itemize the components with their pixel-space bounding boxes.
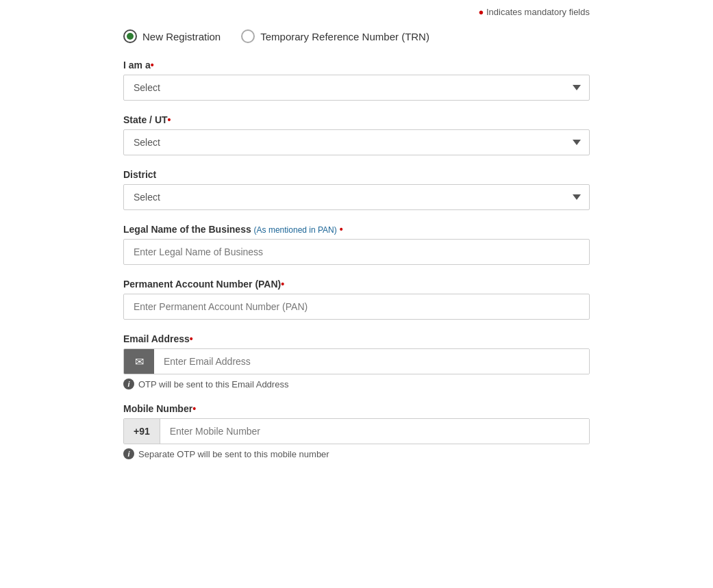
state-ut-group: State / UT• Select bbox=[123, 114, 590, 155]
trn-radio[interactable] bbox=[241, 29, 255, 43]
state-ut-select[interactable]: Select bbox=[123, 129, 590, 155]
email-mandatory: • bbox=[190, 333, 193, 344]
legal-name-label: Legal Name of the Business (As mentioned… bbox=[123, 224, 590, 235]
legal-name-group: Legal Name of the Business (As mentioned… bbox=[123, 224, 590, 265]
mobile-prefix: +91 bbox=[124, 419, 160, 444]
email-label: Email Address• bbox=[123, 333, 590, 344]
mobile-group: Mobile Number• +91 i Separate OTP will b… bbox=[123, 403, 590, 459]
new-registration-option[interactable]: New Registration bbox=[123, 29, 221, 43]
email-otp-note: i OTP will be sent to this Email Address bbox=[123, 379, 590, 389]
mobile-label: Mobile Number• bbox=[123, 403, 590, 414]
pan-mandatory: • bbox=[281, 279, 284, 290]
i-am-a-group: I am a• Select bbox=[123, 60, 590, 101]
i-am-a-select[interactable]: Select bbox=[123, 75, 590, 101]
trn-label: Temporary Reference Number (TRN) bbox=[260, 31, 429, 42]
mandatory-note: ● Indicates mandatory fields bbox=[123, 7, 590, 17]
mobile-info-icon: i bbox=[123, 448, 134, 459]
district-label: District bbox=[123, 169, 590, 180]
district-select[interactable]: Select bbox=[123, 184, 590, 210]
email-icon: ✉ bbox=[124, 349, 154, 374]
legal-name-mandatory: • bbox=[340, 224, 343, 235]
district-group: District Select bbox=[123, 169, 590, 210]
email-group: Email Address• ✉ i OTP will be sent to t… bbox=[123, 333, 590, 389]
state-ut-mandatory: • bbox=[168, 114, 171, 125]
mobile-mandatory: • bbox=[192, 403, 196, 414]
pan-input[interactable] bbox=[123, 294, 590, 320]
new-registration-label: New Registration bbox=[142, 31, 221, 42]
trn-option[interactable]: Temporary Reference Number (TRN) bbox=[241, 29, 429, 43]
registration-type-group: New Registration Temporary Reference Num… bbox=[123, 29, 590, 43]
state-ut-label: State / UT• bbox=[123, 114, 590, 125]
mobile-otp-text: Separate OTP will be sent to this mobile… bbox=[138, 449, 329, 459]
legal-name-input[interactable] bbox=[123, 239, 590, 265]
email-input-wrapper: ✉ bbox=[123, 348, 590, 374]
pan-group: Permanent Account Number (PAN)• bbox=[123, 279, 590, 320]
legal-name-sub-label: (As mentioned in PAN) bbox=[254, 225, 337, 235]
email-info-icon: i bbox=[123, 379, 134, 389]
i-am-a-mandatory: • bbox=[151, 60, 154, 71]
mobile-input[interactable] bbox=[160, 419, 589, 444]
email-input[interactable] bbox=[154, 349, 589, 374]
pan-label: Permanent Account Number (PAN)• bbox=[123, 279, 590, 290]
mobile-otp-note: i Separate OTP will be sent to this mobi… bbox=[123, 448, 590, 459]
email-otp-text: OTP will be sent to this Email Address bbox=[138, 379, 288, 389]
new-registration-radio[interactable] bbox=[123, 29, 137, 43]
i-am-a-label: I am a• bbox=[123, 60, 590, 71]
mobile-input-wrapper: +91 bbox=[123, 418, 590, 444]
mandatory-dot: ● bbox=[478, 7, 484, 17]
mandatory-note-text: Indicates mandatory fields bbox=[486, 7, 590, 17]
